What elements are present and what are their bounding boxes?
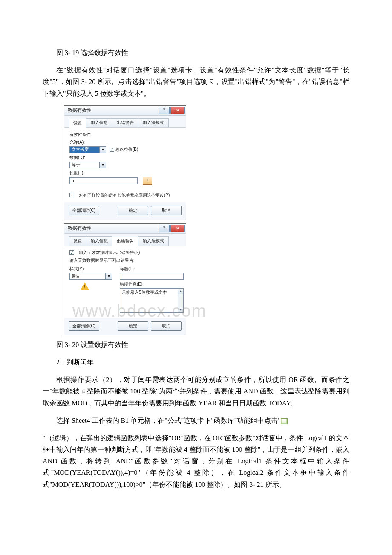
tab-settings[interactable]: 设置 — [69, 236, 86, 246]
cancel-button[interactable]: 取消 — [151, 206, 182, 215]
apply-all-label: 对有同样设置的所有其他单元格应用这些更改(P) — [79, 192, 170, 198]
paragraph-2: 根据操作要求（2），对于闰年需表达两个可能分别成立的条件，所以使用 OR 函数。… — [43, 374, 349, 409]
tab-ime-mode[interactable]: 输入法模式 — [138, 236, 169, 246]
data-label: 数据(D): — [69, 155, 181, 161]
paragraph-4: "（逻辑），在弹出的逻辑函数列表中选择"OR"函数，在 OR"函数参数"对话窗中… — [43, 432, 349, 490]
figure-caption-19: 图 3- 19 选择数据有效性 — [43, 47, 349, 58]
show-error-checkbox[interactable]: ✓ — [69, 250, 74, 255]
dialog-data-validation-error-alert: 数据有效性 ? ✕ 设置 输入信息 出错警告 输入法模式 ✓ 输入无效数据时显示… — [64, 223, 186, 335]
ignore-blank-label: 忽略空值(B) — [115, 147, 138, 153]
style-combo-value: 警告 — [72, 273, 80, 279]
dialog2-titlebar: 数据有效性 ? ✕ — [64, 224, 186, 234]
scroll-up-icon[interactable]: ▴ — [178, 289, 183, 294]
error-message-value: 只能录入5位数字或文本 — [122, 290, 167, 295]
title-field-label: 标题(T): — [120, 266, 184, 272]
close-button[interactable]: ✕ — [170, 107, 185, 114]
dialog1-body: 有效性条件 允许(A): 文本长度 ▾ ✓ 忽略空值(B) 数据(D): 等于 … — [64, 128, 186, 202]
ok-button[interactable]: 确定 — [118, 206, 148, 215]
style-combo[interactable]: 警告 ▾ — [69, 273, 112, 280]
allow-label: 允许(A): — [69, 139, 181, 145]
style-label: 样式(Y): — [69, 266, 112, 272]
dialog1-titlebar: 数据有效性 ? ✕ — [64, 106, 186, 116]
dialog2-tabs: 设置 输入信息 出错警告 输入法模式 — [64, 234, 186, 246]
validity-group-title: 有效性条件 — [69, 132, 181, 138]
tab-settings[interactable]: 设置 — [69, 119, 86, 128]
data-combo[interactable]: 等于 ▾ — [69, 162, 106, 168]
tab-error-alert[interactable]: 出错警告 — [112, 237, 138, 246]
dialog2-title: 数据有效性 — [68, 225, 158, 231]
allow-combo-value: 文本长度 — [72, 147, 89, 153]
tab-input-message[interactable]: 输入信息 — [86, 236, 112, 246]
error-group-title: 输入无效数据时显示下列出错警告: — [69, 257, 181, 263]
heading-leap-year: 2．判断闰年 — [43, 356, 349, 368]
error-message-label: 错误信息(E): — [120, 281, 184, 287]
chevron-down-icon: ▾ — [105, 273, 112, 279]
clear-all-button[interactable]: 全部清除(C) — [69, 321, 99, 331]
scrollbar[interactable]: ▴ ▾ — [178, 289, 183, 312]
help-button[interactable]: ? — [159, 225, 170, 232]
scroll-down-icon[interactable]: ▾ — [178, 307, 183, 312]
paragraph-3: 选择 Sheet4 工作表的 B1 单元格，在"公式"选项卡下"函数库"功能组中… — [43, 415, 349, 426]
show-error-label: 输入无效数据时显示出错警告(S) — [79, 250, 140, 256]
paragraph-1: 在"数据有效性"对话窗口选择"设置"选项卡，设置"有效性条件"允许"文本长度"数… — [43, 64, 349, 99]
document-page: 图 3- 19 选择数据有效性 在"数据有效性"对话窗口选择"设置"选项卡，设置… — [0, 0, 392, 522]
length-input[interactable]: 5 — [69, 177, 138, 184]
tab-input-message[interactable]: 输入信息 — [86, 118, 112, 127]
tab-error-alert[interactable]: 出错警告 — [112, 118, 138, 127]
warning-icon — [81, 282, 89, 290]
help-button[interactable]: ? — [159, 107, 170, 114]
chevron-down-icon: ▾ — [99, 147, 106, 153]
clear-all-button[interactable]: 全部清除(C) — [69, 206, 99, 215]
dialog-data-validation-settings: 数据有效性 ? ✕ 设置 输入信息 出错警告 输入法模式 有效性条件 允许(A)… — [64, 105, 186, 220]
error-message-input[interactable]: 只能录入5位数字或文本 ▴ ▾ — [120, 288, 184, 313]
dialog2-body: ✓ 输入无效数据时显示出错警告(S) 输入无效数据时显示下列出错警告: 样式(Y… — [64, 246, 186, 318]
screenshots-group: 数据有效性 ? ✕ 设置 输入信息 出错警告 输入法模式 有效性条件 允许(A)… — [43, 105, 349, 335]
dialog2-button-bar: 全部清除(C) 确定 取消 — [64, 318, 186, 335]
figure-caption-20: 图 3- 20 设置数据有效性 — [43, 339, 349, 350]
dialog1-button-bar: 全部清除(C) 确定 取消 — [64, 202, 186, 220]
length-label: 长度(L) — [69, 170, 181, 176]
title-input[interactable] — [120, 273, 184, 280]
paragraph-3-text: 选择 Sheet4 工作表的 B1 单元格，在"公式"选项卡下"函数库"功能组中… — [56, 417, 281, 424]
apply-all-checkbox[interactable] — [69, 193, 74, 197]
close-button[interactable]: ✕ — [170, 225, 185, 232]
ok-button[interactable]: 确定 — [118, 321, 148, 331]
tab-ime-mode[interactable]: 输入法模式 — [138, 118, 169, 127]
logical-function-icon — [281, 418, 288, 424]
dialog1-tabs: 设置 输入信息 出错警告 输入法模式 — [64, 116, 186, 128]
ignore-blank-checkbox[interactable]: ✓ — [110, 147, 114, 152]
dialog1-title: 数据有效性 — [68, 107, 158, 113]
chevron-down-icon: ▾ — [99, 162, 106, 168]
cancel-button[interactable]: 取消 — [151, 321, 182, 331]
range-picker-icon[interactable]: ⠿ — [143, 177, 152, 185]
allow-combo[interactable]: 文本长度 ▾ — [69, 146, 106, 153]
data-combo-value: 等于 — [72, 162, 80, 168]
